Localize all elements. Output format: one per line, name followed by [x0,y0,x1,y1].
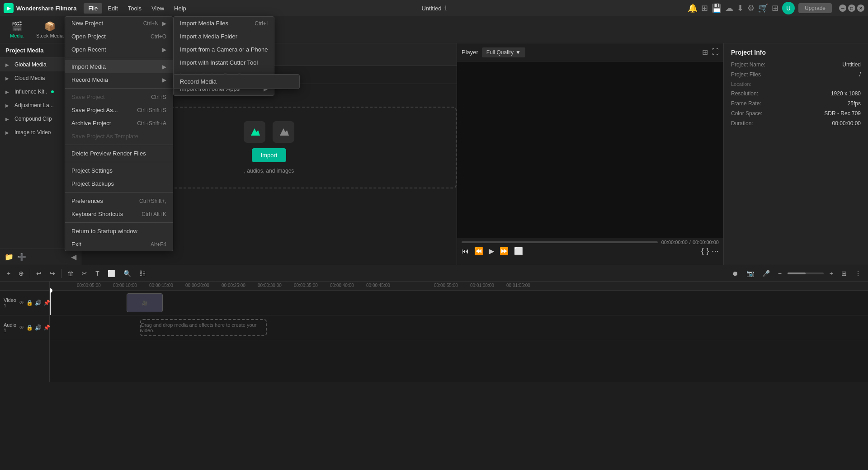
grid-icon[interactable]: ⊞ [772,3,778,13]
save-icon[interactable]: 💾 [712,3,722,13]
menu-view[interactable]: View [147,3,169,14]
title-bar: ▶ Wondershare Filmora File Edit Tools Vi… [0,0,868,16]
toolbar-media[interactable]: 🎬 Media [5,19,28,40]
submenu-import-camera[interactable]: Import from a Camera or a Phone [174,43,274,56]
video-1-label: Video 1 [4,297,16,308]
record-media-arrow: ▶ [162,77,166,83]
text-button[interactable]: T [93,269,102,278]
undo-button[interactable]: ↩ [34,269,44,278]
menu-help[interactable]: Help [170,3,191,14]
crop-button[interactable]: ⬜ [105,269,118,278]
menu-delete-preview[interactable]: Delete Preview Render Files [65,147,173,160]
menu-preferences[interactable]: Preferences Ctrl+Shift+, [65,194,173,207]
lock-icon[interactable]: 🔒 [26,300,33,306]
audio-volume-icon[interactable]: 🔊 [35,324,42,331]
audio-eye-icon[interactable]: 👁 [19,324,24,331]
quality-button[interactable]: Full Quality ▼ [482,47,525,57]
cloud-media-label: Cloud Media [14,75,45,81]
menu-project-backups[interactable]: Project Backups [65,177,173,190]
menu-file[interactable]: File [84,3,102,14]
menu-edit[interactable]: Edit [103,3,122,14]
cut-button[interactable]: ✂ [80,269,90,278]
audio-1-track-label: Audio 1 👁 🔒 🔊 📌 [0,315,49,340]
zoom-out-button[interactable]: − [776,269,784,278]
connect-button[interactable]: ⛓ [137,269,148,278]
fullscreen-icon[interactable]: ⛶ [712,48,719,56]
webcam-button[interactable]: 📷 [744,269,756,278]
close-button[interactable]: ✕ [857,5,864,12]
minimize-button[interactable]: ─ [839,5,846,12]
frame-forward-button[interactable]: ⏩ [500,247,509,255]
snap-icon[interactable]: 📌 [43,300,50,306]
view-options-button[interactable]: ⊞ [839,269,849,278]
collapse-icon[interactable]: ◀ [71,253,76,261]
add-track-button[interactable]: + [5,269,13,278]
open-project-label: Open Project [71,33,106,40]
add-icon[interactable]: ➕ [17,253,26,261]
user-avatar[interactable]: U [782,2,795,14]
mic-button[interactable]: 🎤 [760,269,772,278]
media-icon: 🎬 [11,21,23,32]
redo-button[interactable]: ↪ [47,269,57,278]
keyboard-shortcuts-label: Keyboard Shortcuts [71,211,123,217]
play-button[interactable]: ▶ [489,247,494,255]
submenu-import-folder[interactable]: Import a Media Folder [174,30,274,43]
split-view-icon[interactable]: ⊞ [702,48,708,56]
menu-import-media[interactable]: Import Media ▶ [65,60,173,73]
layout-icon[interactable]: ⊞ [701,3,708,13]
eye-icon[interactable]: 👁 [19,300,24,306]
record-audio-button[interactable]: ⏺ [730,269,741,278]
submenu-import-files[interactable]: Import Media Files Ctrl+I [174,17,274,30]
add-folder-icon[interactable]: 📁 [5,253,14,261]
maximize-button[interactable]: □ [848,5,855,12]
project-settings-label: Project Settings [71,167,113,174]
menu-return-startup[interactable]: Return to Startup window [65,225,173,238]
skip-back-button[interactable]: ⏮ [462,247,469,255]
menu-archive-project[interactable]: Archive Project Ctrl+Shift+A [65,117,173,130]
menu-keyboard-shortcuts[interactable]: Keyboard Shortcuts Ctrl+Alt+K [65,207,173,221]
submenu-import-cutter[interactable]: Import with Instant Cutter Tool [174,56,274,69]
open-recent-arrow: ▶ [162,47,166,53]
mark-in-button[interactable]: { [701,247,703,255]
import-button[interactable]: Import [252,148,287,162]
audio-snap-icon[interactable]: 📌 [43,324,50,331]
notification-icon[interactable]: 🔔 [688,3,698,13]
volume-icon[interactable]: 🔊 [35,300,42,306]
info-value-framerate: 25fps [848,100,861,107]
download-icon[interactable]: ⬇ [737,3,744,13]
zoom-slider[interactable] [788,273,824,274]
cloud-icon[interactable]: ☁ [725,3,733,13]
more-controls[interactable]: ⋯ [712,247,719,255]
clip-mode-button[interactable]: ⬜ [514,247,523,255]
menu-open-recent[interactable]: Open Recent ▶ [65,43,173,56]
audio-lock-icon[interactable]: 🔒 [26,324,33,331]
zoom-button[interactable]: 🔍 [121,269,133,278]
title-bar-right: 🔔 ⊞ 💾 ☁ ⬇ ⚙ 🛒 ⊞ U Upgrade ─ □ ✕ [688,2,864,14]
zoom-in-button[interactable]: + [827,269,835,278]
stock-label: Stock Media [36,33,64,38]
menu-tools[interactable]: Tools [123,3,146,14]
shop-icon[interactable]: 🛒 [758,3,768,13]
ruler-mark-1: 00:00:05:00 [77,283,101,288]
magnet-button[interactable]: ⊕ [16,269,26,278]
upgrade-button[interactable]: Upgrade [798,3,832,13]
settings-icon[interactable]: ⚙ [747,3,755,13]
mark-out-button[interactable]: } [707,247,709,255]
menu-exit[interactable]: Exit Alt+F4 [65,238,173,251]
more-options-button[interactable]: ⋮ [853,269,863,278]
frame-back-button[interactable]: ⏪ [474,247,483,255]
menu-save-project-as[interactable]: Save Project As... Ctrl+Shift+S [65,103,173,117]
menu-open-project[interactable]: Open Project Ctrl+O [65,30,173,43]
delete-button[interactable]: 🗑 [65,269,76,278]
menu-project-settings[interactable]: Project Settings [65,164,173,177]
menu-record-media[interactable]: Record Media ▶ [65,73,173,86]
timeline-content: Video 1 👁 🔒 🔊 📌 Audio 1 👁 🔒 🔊 📌 [0,282,868,382]
import-files-shortcut: Ctrl+I [255,20,268,27]
toolbar-stock-media[interactable]: 📦 Stock Media [32,19,68,40]
menu-new-project[interactable]: New Project Ctrl+N ▶ [65,17,173,30]
info-label-location: Project Files [731,71,761,78]
keyboard-shortcuts-shortcut: Ctrl+Alt+K [142,211,166,217]
progress-bar[interactable] [462,241,658,243]
player-view-controls: ⊞ ⛶ [702,48,719,56]
clip-block[interactable]: 🎥 [127,293,163,312]
